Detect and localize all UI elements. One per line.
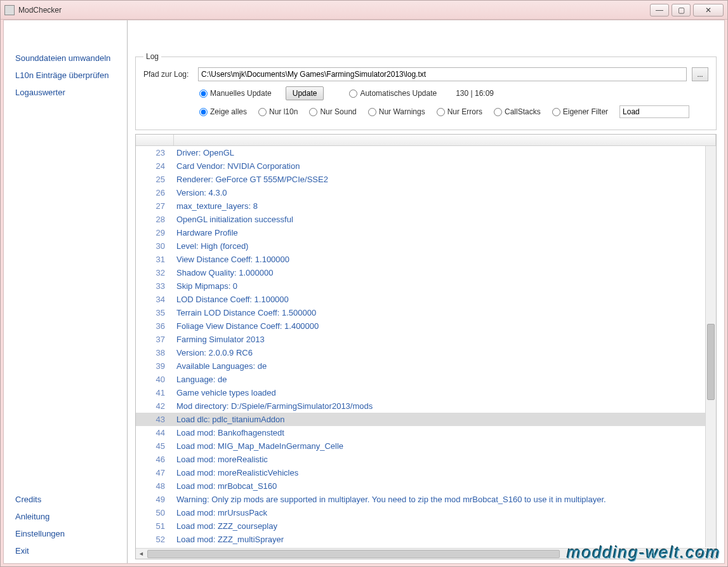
log-row[interactable]: 25 Renderer: GeForce GT 555M/PCIe/SSE2 — [136, 173, 716, 186]
log-line-text: Hardware Profile — [174, 228, 716, 237]
log-body[interactable]: 23 Driver: OpenGL24 Card Vendor: NVIDIA … — [136, 146, 716, 548]
log-row[interactable]: 36 Foliage View Distance Coeff: 1.400000 — [136, 319, 716, 333]
log-row[interactable]: 53Application exit request forced. — [136, 546, 716, 548]
log-line-number: 23 — [136, 148, 174, 157]
sidebar-item-l10n[interactable]: L10n Einträge überprüfen — [4, 67, 127, 84]
col-text[interactable] — [174, 135, 716, 145]
sidebar-item-settings[interactable]: Einstellungen — [4, 525, 127, 542]
sidebar-item-credits[interactable]: Credits — [4, 491, 127, 508]
path-label: Pfad zur Log: — [143, 70, 193, 79]
filter-custom[interactable]: Eigener Filter — [552, 107, 608, 116]
close-button[interactable]: ✕ — [693, 4, 724, 17]
radio-manual-update-input[interactable] — [199, 90, 208, 98]
log-line-text: OpenGL initialization successful — [174, 215, 716, 224]
log-row[interactable]: 40 Language: de — [136, 373, 716, 386]
filter-callstacks-label: CallStacks — [505, 107, 541, 116]
update-mode-row: Manuelles Update Update Automatisches Up… — [199, 86, 708, 100]
sidebar: Sounddateien umwandeln L10n Einträge übe… — [4, 20, 128, 563]
horizontal-scrollbar[interactable]: ◄ ► — [136, 548, 716, 559]
log-line-text: Renderer: GeForce GT 555M/PCIe/SSE2 — [174, 175, 716, 184]
log-row[interactable]: 35 Terrain LOD Distance Coeff: 1.500000 — [136, 306, 716, 319]
log-line-text: Load mod: moreRealistic — [174, 455, 716, 464]
radio-auto-update-input[interactable] — [349, 90, 357, 98]
resize-grip[interactable] — [705, 549, 716, 559]
filter-sound[interactable]: Nur Sound — [309, 107, 356, 116]
log-row[interactable]: 33 Skip Mipmaps: 0 — [136, 279, 716, 293]
log-line-text: Load mod: ZZZ_multiSprayer — [174, 535, 716, 544]
log-row[interactable]: 47Load mod: moreRealisticVehicles — [136, 466, 716, 479]
log-row[interactable]: 26 Version: 4.3.0 — [136, 186, 716, 199]
update-button[interactable]: Update — [286, 86, 324, 100]
log-row[interactable]: 43Load dlc: pdlc_titaniumAddon — [136, 413, 716, 426]
log-line-number: 50 — [136, 508, 174, 517]
log-row[interactable]: 42Mod directory: D:/Spiele/FarmingSimula… — [136, 399, 716, 413]
sidebar-item-sounds[interactable]: Sounddateien umwandeln — [4, 50, 127, 67]
minimize-button[interactable]: — — [650, 4, 669, 17]
titlebar[interactable]: ModChecker — ▢ ✕ — [1, 1, 727, 20]
log-row[interactable]: 30 Level: High (forced) — [136, 239, 716, 253]
log-line-text: Load mod: Bankofhagenstedt — [174, 428, 716, 437]
log-line-number: 30 — [136, 241, 174, 251]
log-row[interactable]: 45Load mod: MIG_Map_MadeInGermany_Celle — [136, 439, 716, 453]
log-line-text: Game vehicle types loaded — [174, 388, 716, 397]
filter-warnings-input[interactable] — [368, 108, 376, 116]
hscroll-left-arrow[interactable]: ◄ — [136, 549, 147, 559]
sidebar-item-logeval[interactable]: Logauswerter — [4, 84, 127, 101]
filter-warnings-label: Nur Warnings — [379, 107, 425, 116]
log-row[interactable]: 48Load mod: mrBobcat_S160 — [136, 479, 716, 493]
log-row[interactable]: 44Load mod: Bankofhagenstedt — [136, 426, 716, 439]
log-line-number: 42 — [136, 401, 174, 411]
filter-l10n-input[interactable] — [258, 108, 267, 116]
vertical-scrollbar[interactable] — [705, 146, 716, 547]
log-line-text: Terrain LOD Distance Coeff: 1.500000 — [174, 308, 716, 317]
maximize-button[interactable]: ▢ — [672, 4, 691, 17]
log-row[interactable]: 24 Card Vendor: NVIDIA Corporation — [136, 159, 716, 173]
log-row[interactable]: 27 max_texture_layers: 8 — [136, 199, 716, 213]
log-row[interactable]: 50Load mod: mrUrsusPack — [136, 506, 716, 519]
log-row[interactable]: 29Hardware Profile — [136, 226, 716, 239]
minimize-icon: — — [656, 6, 663, 15]
log-line-text: Farming Simulator 2013 — [174, 335, 716, 344]
sidebar-item-exit[interactable]: Exit — [4, 542, 127, 559]
log-row[interactable]: 38 Version: 2.0.0.9 RC6 — [136, 346, 716, 359]
log-line-text: Version: 2.0.0.9 RC6 — [174, 348, 716, 357]
filter-all[interactable]: Zeige alles — [199, 107, 247, 116]
filter-callstacks-input[interactable] — [494, 108, 502, 116]
browse-button[interactable]: ... — [692, 67, 708, 81]
main-area: Log Pfad zur Log: ... Manuelles Update U… — [128, 20, 724, 563]
radio-manual-update[interactable]: Manuelles Update — [199, 89, 272, 98]
log-line-text: LOD Distance Coeff: 1.100000 — [174, 295, 716, 304]
filter-errors[interactable]: Nur Errors — [437, 107, 482, 116]
log-row[interactable]: 39 Available Languages: de — [136, 359, 716, 373]
log-line-number: 49 — [136, 495, 174, 504]
log-row[interactable]: 46Load mod: moreRealistic — [136, 453, 716, 466]
filter-callstacks[interactable]: CallStacks — [494, 107, 541, 116]
radio-auto-update[interactable]: Automatisches Update — [349, 89, 437, 98]
col-linenum[interactable] — [136, 135, 174, 145]
log-row[interactable]: 52Load mod: ZZZ_multiSprayer — [136, 533, 716, 546]
hscroll-track[interactable] — [147, 550, 694, 558]
log-path-input[interactable] — [198, 67, 687, 81]
filter-warnings[interactable]: Nur Warnings — [368, 107, 425, 116]
hscroll-right-arrow[interactable]: ► — [694, 549, 705, 559]
window-title: ModChecker — [18, 6, 650, 15]
log-row[interactable]: 49Warning: Only zip mods are supported i… — [136, 493, 716, 506]
log-row[interactable]: 51Load mod: ZZZ_courseplay — [136, 519, 716, 533]
log-row[interactable]: 41Game vehicle types loaded — [136, 386, 716, 399]
custom-filter-input[interactable] — [619, 105, 689, 118]
filter-sound-input[interactable] — [309, 108, 317, 116]
log-row[interactable]: 34 LOD Distance Coeff: 1.100000 — [136, 293, 716, 306]
log-row[interactable]: 28 OpenGL initialization successful — [136, 213, 716, 226]
filter-all-input[interactable] — [199, 108, 208, 116]
sidebar-item-manual[interactable]: Anleitung — [4, 508, 127, 525]
filter-errors-input[interactable] — [437, 108, 445, 116]
log-table-header[interactable] — [136, 135, 716, 146]
filter-custom-input[interactable] — [552, 108, 560, 116]
log-row[interactable]: 32 Shadow Quality: 1.000000 — [136, 266, 716, 279]
vscroll-thumb[interactable] — [707, 324, 715, 400]
log-row[interactable]: 31 View Distance Coeff: 1.100000 — [136, 253, 716, 266]
log-row[interactable]: 23 Driver: OpenGL — [136, 146, 716, 159]
log-row[interactable]: 37Farming Simulator 2013 — [136, 333, 716, 346]
hscroll-thumb[interactable] — [147, 550, 560, 558]
filter-l10n[interactable]: Nur l10n — [258, 107, 298, 116]
